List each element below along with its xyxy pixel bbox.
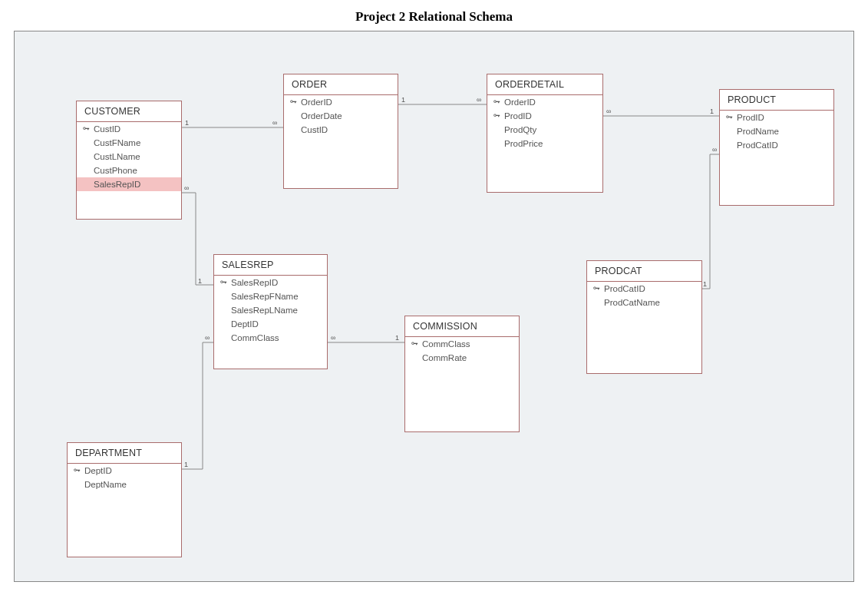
primary-key-icon bbox=[723, 114, 735, 121]
field-name: CustLName bbox=[92, 152, 140, 161]
field-name: CustPhone bbox=[92, 166, 137, 175]
field-row: SalesRepID bbox=[77, 177, 181, 191]
primary-key-icon bbox=[408, 340, 421, 348]
primary-key-icon bbox=[490, 98, 503, 106]
field-name: CommClass bbox=[421, 339, 470, 349]
field-name: SalesRepLName bbox=[229, 306, 298, 315]
field-row: ProdID bbox=[487, 109, 602, 123]
field-name: DeptName bbox=[83, 480, 127, 489]
card-many: ∞ bbox=[606, 107, 611, 115]
card-many: ∞ bbox=[331, 334, 335, 342]
field-name: ProdCatName bbox=[602, 298, 660, 307]
field-row: ProdPrice bbox=[487, 137, 602, 150]
card-many: ∞ bbox=[712, 146, 717, 154]
primary-key-icon bbox=[80, 125, 92, 133]
card-one: 1 bbox=[703, 280, 707, 288]
entity-header: ORDER bbox=[284, 74, 398, 95]
field-row: ProdName bbox=[720, 124, 833, 138]
card-many: ∞ bbox=[184, 184, 189, 192]
field-row: CommClass bbox=[214, 331, 327, 345]
entity-commission: COMMISSION CommClassCommRate bbox=[404, 316, 520, 432]
entity-fields: ProdIDProdNameProdCatID bbox=[720, 111, 833, 152]
field-name: OrderDate bbox=[299, 111, 342, 121]
card-one: 1 bbox=[401, 96, 405, 104]
field-name: OrderID bbox=[503, 98, 536, 107]
field-name: DeptID bbox=[83, 466, 112, 475]
primary-key-icon bbox=[490, 112, 503, 120]
field-row: CustLName bbox=[77, 150, 181, 164]
field-name: CustFName bbox=[92, 138, 140, 147]
entity-fields: CommClassCommRate bbox=[405, 337, 519, 365]
entity-product: PRODUCT ProdIDProdNameProdCatID bbox=[719, 89, 834, 206]
field-name: CustID bbox=[299, 125, 328, 134]
card-many: ∞ bbox=[272, 119, 277, 127]
field-row: OrderDate bbox=[284, 109, 398, 123]
field-name: SalesRepID bbox=[92, 180, 140, 189]
entity-header: ORDERDETAIL bbox=[487, 74, 602, 95]
entity-header: PRODCAT bbox=[587, 261, 701, 282]
field-row: DeptName bbox=[68, 478, 181, 491]
primary-key-icon bbox=[71, 467, 83, 474]
field-name: SalesRepID bbox=[229, 278, 278, 287]
entity-fields: ProdCatIDProdCatName bbox=[587, 282, 701, 309]
field-row: ProdCatID bbox=[720, 138, 833, 152]
entity-header: DEPARTMENT bbox=[68, 443, 181, 464]
field-row: OrderID bbox=[487, 95, 602, 109]
field-name: CommRate bbox=[421, 353, 467, 362]
field-name: SalesRepFName bbox=[229, 292, 299, 301]
field-row: OrderID bbox=[284, 95, 398, 109]
field-row: DeptID bbox=[68, 464, 181, 478]
field-name: ProdName bbox=[735, 127, 779, 136]
schema-canvas: 1 ∞ 1 ∞ ∞ 1 ∞ 1 1 ∞ ∞ 1 1 ∞ CUSTOMER Cus… bbox=[14, 31, 854, 582]
entity-department: DEPARTMENT DeptIDDeptName bbox=[67, 442, 182, 557]
entity-header: CUSTOMER bbox=[77, 101, 181, 122]
card-one: 1 bbox=[198, 277, 202, 285]
entity-prodcat: PRODCAT ProdCatIDProdCatName bbox=[586, 260, 702, 374]
card-one: 1 bbox=[395, 334, 399, 342]
entity-fields: CustIDCustFNameCustLNameCustPhoneSalesRe… bbox=[77, 122, 181, 191]
field-name: ProdCatID bbox=[735, 141, 778, 150]
card-many: ∞ bbox=[205, 334, 210, 342]
field-row: DeptID bbox=[214, 317, 327, 331]
primary-key-icon bbox=[590, 285, 602, 293]
field-row: SalesRepFName bbox=[214, 289, 327, 303]
page-title: Project 2 Relational Schema bbox=[0, 0, 868, 31]
entity-header: COMMISSION bbox=[405, 316, 519, 337]
card-many: ∞ bbox=[477, 96, 481, 104]
field-row: ProdQty bbox=[487, 123, 602, 137]
entity-order: ORDER OrderIDOrderDateCustID bbox=[283, 74, 398, 189]
entity-orderdetail: ORDERDETAIL OrderIDProdIDProdQtyProdPric… bbox=[487, 74, 603, 193]
card-one: 1 bbox=[185, 119, 189, 127]
field-row: CommRate bbox=[405, 351, 519, 365]
entity-fields: SalesRepIDSalesRepFNameSalesRepLNameDept… bbox=[214, 276, 327, 345]
field-name: OrderID bbox=[299, 98, 332, 107]
field-row: ProdCatName bbox=[587, 296, 701, 309]
field-row: CustID bbox=[77, 122, 181, 136]
field-name: ProdCatID bbox=[602, 284, 645, 293]
field-name: ProdID bbox=[503, 111, 532, 121]
entity-fields: DeptIDDeptName bbox=[68, 464, 181, 491]
entity-fields: OrderIDOrderDateCustID bbox=[284, 95, 398, 137]
field-row: ProdID bbox=[720, 111, 833, 124]
field-name: ProdPrice bbox=[503, 139, 543, 148]
field-name: CustID bbox=[92, 124, 120, 134]
entity-salesrep: SALESREP SalesRepIDSalesRepFNameSalesRep… bbox=[213, 254, 328, 369]
field-row: CustFName bbox=[77, 136, 181, 150]
primary-key-icon bbox=[217, 279, 229, 286]
field-row: ProdCatID bbox=[587, 282, 701, 296]
card-one: 1 bbox=[710, 107, 714, 115]
card-one: 1 bbox=[184, 461, 188, 468]
entity-header: SALESREP bbox=[214, 255, 327, 276]
entity-header: PRODUCT bbox=[720, 90, 833, 111]
field-row: SalesRepLName bbox=[214, 303, 327, 317]
entity-customer: CUSTOMER CustIDCustFNameCustLNameCustPho… bbox=[76, 101, 182, 220]
field-name: DeptID bbox=[229, 319, 259, 329]
field-row: CommClass bbox=[405, 337, 519, 351]
entity-fields: OrderIDProdIDProdQtyProdPrice bbox=[487, 95, 602, 150]
primary-key-icon bbox=[287, 98, 299, 106]
field-name: ProdID bbox=[735, 113, 764, 122]
field-name: ProdQty bbox=[503, 125, 536, 134]
field-row: CustID bbox=[284, 123, 398, 137]
field-row: CustPhone bbox=[77, 164, 181, 177]
field-row: SalesRepID bbox=[214, 276, 327, 289]
